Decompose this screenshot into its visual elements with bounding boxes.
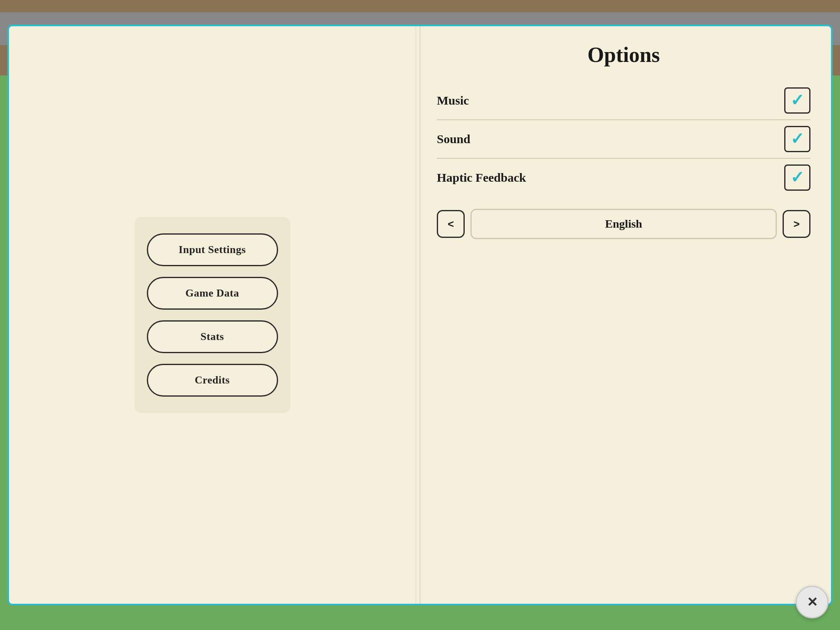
- option-row-sound: Sound✓: [437, 120, 525, 159]
- options-title: Options: [437, 43, 525, 67]
- options-list: Music✓Sound✓Haptic Feedback✓: [437, 82, 525, 196]
- menu-button-input-settings[interactable]: Input Settings: [147, 233, 278, 266]
- left-page: Input SettingsGame DataStatsCredits: [9, 26, 416, 394]
- option-row-haptic-feedback: Haptic Feedback✓: [437, 159, 525, 196]
- menu-button-stats[interactable]: Stats: [147, 320, 278, 353]
- option-label-sound: Sound: [437, 132, 470, 146]
- option-label-music: Music: [437, 94, 469, 107]
- option-row-music: Music✓: [437, 82, 525, 120]
- option-label-haptic-feedback: Haptic Feedback: [437, 171, 525, 185]
- language-row: < English >: [437, 209, 525, 239]
- menu-button-game-data[interactable]: Game Data: [147, 277, 278, 310]
- book-dialog: Input SettingsGame DataStatsCredits Opti…: [7, 25, 525, 394]
- menu-button-credits[interactable]: Credits: [147, 364, 278, 394]
- language-prev-button[interactable]: <: [437, 210, 465, 238]
- left-menu-panel: Input SettingsGame DataStatsCredits: [135, 217, 290, 394]
- right-page: Options Music✓Sound✓Haptic Feedback✓ < E…: [416, 26, 525, 394]
- language-display: English: [470, 209, 525, 239]
